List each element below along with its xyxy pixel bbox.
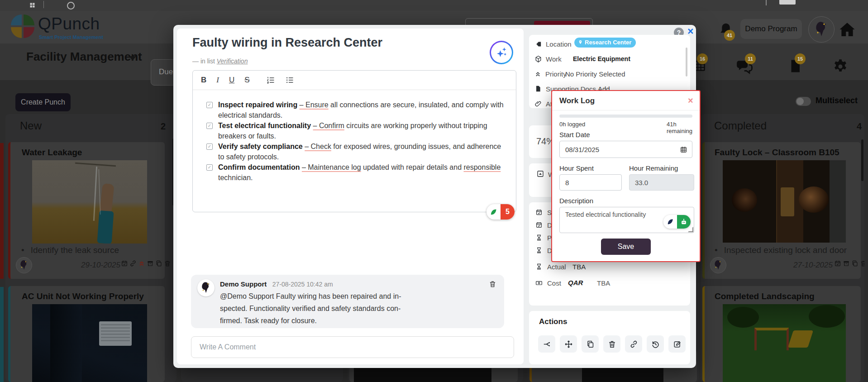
action-copy-button[interactable] [582,335,599,353]
settings-gear-icon[interactable] [832,58,849,75]
unordered-list-button[interactable] [285,76,294,85]
worklog-header-divider [552,110,700,110]
location-value-tag[interactable]: Research Center [574,38,636,48]
worklog-progress-bar [559,115,692,118]
multiselect-toggle-knob [796,98,804,105]
card-assignee-avatar[interactable] [16,257,32,273]
checklist-item[interactable]: Inspect repaired wiring – Ensure all con… [206,100,505,120]
card-priority-icon[interactable] [138,260,145,267]
checklist-item[interactable]: Verify safety compliance – Check for exp… [206,142,505,162]
docs-file-icon [534,85,542,92]
badge-count: 5 [501,204,515,220]
column-completed: Completed 4 Faulty Lock – Classroom B105… [701,114,864,382]
card-calendar-icon[interactable] [121,260,128,267]
ordered-list-button[interactable] [266,76,275,85]
comment-input[interactable] [191,337,514,358]
history-icon [651,340,660,349]
create-punch-button[interactable]: Create Punch [15,93,71,111]
editor-toolbar: B I U S [193,71,516,90]
strikethrough-button[interactable]: S [244,76,249,85]
card-ac-unit[interactable]: AC Unit Not Working Properly [8,286,165,382]
card-title: AC Unit Not Working Properly [22,291,144,301]
column-new-count: 2 [161,121,166,132]
checkbox-checked-icon[interactable] [206,164,213,171]
start-date-label: Start Date [559,131,590,138]
card-image-water-leak[interactable] [32,160,147,244]
priority-value[interactable]: No Priority Selected [565,70,625,78]
distributed-hourglass-icon [535,247,543,254]
work-value[interactable]: Electric Equipment [573,55,630,62]
card-image-ac-unit[interactable] [32,304,147,382]
start-date-icon [535,209,543,216]
sparkles-icon [495,46,508,59]
multiselect-toggle[interactable] [796,97,811,106]
card-trash-icon[interactable] [860,260,864,267]
refresh-icon[interactable] [67,2,75,10]
apps-grid-icon[interactable] [29,2,36,9]
comment-delete-icon[interactable] [489,280,496,288]
checklist-item[interactable]: Test electrical functionality – Confirm … [206,121,505,141]
card-archive-icon[interactable] [147,260,154,267]
task-list-subtitle: — in list Verification [192,57,248,65]
comment-avatar[interactable] [197,279,215,296]
card-water-leakage[interactable]: Water Leakage Identify the leak source 2… [8,142,165,279]
save-button[interactable]: Save [601,239,651,255]
home-icon[interactable] [837,20,857,39]
hour-spent-input[interactable] [559,174,622,191]
card-landscaping[interactable]: Completed Landscaping [702,286,861,382]
calendar-icon[interactable] [680,146,687,153]
list-link[interactable]: Verification [217,57,248,65]
modal-close-icon[interactable]: × [687,26,693,36]
comment-text: spected. Functionality verified and safe… [220,302,401,315]
card-title: Completed Landscaping [715,291,815,301]
start-date-input[interactable]: 08/31/2025 [559,141,692,158]
checkbox-checked-icon[interactable] [206,102,213,108]
column-completed-title: Completed [714,119,767,132]
action-history-button[interactable] [647,335,664,353]
editor-eco-badge[interactable]: 5 [486,204,515,220]
action-edit-button[interactable] [668,335,686,353]
feather-pen-icon[interactable] [663,215,677,229]
ai-robot-icon[interactable] [677,215,691,229]
action-link-button[interactable] [625,335,642,353]
user-avatar[interactable] [808,16,835,43]
location-tag-icon [534,40,542,48]
multiselect-label: Multiselect [816,96,858,105]
worklog-close-icon[interactable]: × [688,96,693,105]
window-icon[interactable] [779,0,796,5]
card-faulty-lock[interactable]: Faulty Lock – Classroom B105 Inspected e… [702,142,861,279]
column-completed-scrollbar[interactable] [861,139,863,181]
card-copy-icon[interactable] [851,260,858,267]
action-delete-button[interactable] [603,335,620,353]
description-editor[interactable]: B I U S Inspect repaired wiring – Ensure… [192,70,516,212]
card-copy-icon[interactable] [155,260,162,267]
italic-button[interactable]: I [216,76,219,85]
page-title-caret-icon[interactable] [129,56,136,61]
card-link-icon[interactable] [129,260,137,267]
checkbox-checked-icon[interactable] [206,143,213,150]
create-punch-label: Create Punch [21,98,65,106]
priority-label: Priority [545,70,567,78]
card-image-landscaping[interactable] [723,304,846,382]
action-branch-button[interactable] [538,335,555,353]
actual-label: Actual [547,263,566,271]
bold-button[interactable]: B [201,76,206,85]
due-date-icon [535,221,543,229]
underline-button[interactable]: U [229,76,234,85]
checklist-item[interactable]: Confirm documentation – Maintenance log … [206,162,505,183]
card-title: Water Leakage [22,148,82,158]
card-calendar-icon[interactable] [834,260,841,267]
card-assignee-avatar[interactable] [710,257,726,273]
action-move-button[interactable] [560,335,577,353]
program-button[interactable]: Demo Program [740,19,802,39]
comment-input-wrap [191,336,514,358]
card-image-doorknob[interactable] [723,160,846,243]
brand-logo[interactable] [11,14,34,38]
card-archive-icon[interactable] [843,260,850,267]
card-trash-icon[interactable] [164,260,171,267]
fields-scrollbar[interactable] [686,48,687,76]
description-assist-pill[interactable] [663,215,691,229]
work-label: Work [546,55,562,63]
checkbox-checked-icon[interactable] [206,123,213,129]
ai-assist-button[interactable] [490,41,513,64]
